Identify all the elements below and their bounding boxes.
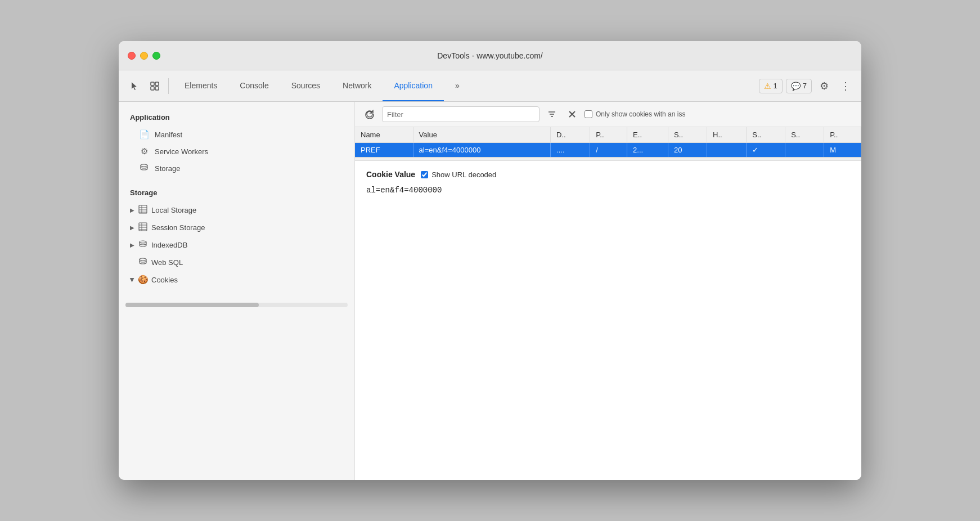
cell-name: PREF xyxy=(355,143,413,158)
cookies-icon: 🍪 xyxy=(138,275,148,285)
devtools-window: DevTools - www.youtube.com/ Elements Con… xyxy=(119,41,861,480)
indexeddb-arrow-icon: ▶ xyxy=(130,242,134,248)
filter-bar: Only show cookies with an iss xyxy=(355,102,861,127)
minimize-button[interactable] xyxy=(140,52,148,60)
manifest-icon: 📄 xyxy=(139,129,149,140)
cursor-tool-button[interactable] xyxy=(125,77,143,95)
col-domain: D.. xyxy=(551,127,590,143)
sidebar-item-local-storage[interactable]: ▶ Local Storage xyxy=(119,201,354,219)
cell-httponly xyxy=(707,143,747,158)
col-httponly: H.. xyxy=(707,127,747,143)
table-row[interactable]: PREF al=en&f4=4000000 .... / 2... 20 ✓ M xyxy=(355,143,861,158)
cookie-table-container: Name Value D.. P.. E.. S.. H.. S.. S.. P… xyxy=(355,127,861,158)
local-storage-icon xyxy=(138,205,148,215)
cookie-detail-panel: Cookie Value Show URL decoded al=en&f4=4… xyxy=(355,161,861,480)
tab-console[interactable]: Console xyxy=(228,70,280,101)
svg-rect-2 xyxy=(151,87,154,90)
svg-point-4 xyxy=(141,164,147,167)
more-button[interactable]: ⋮ xyxy=(837,77,855,95)
content-panel: Only show cookies with an iss Name Value… xyxy=(355,102,861,480)
sidebar-item-manifest[interactable]: 📄 Manifest xyxy=(119,126,354,143)
svg-point-15 xyxy=(140,241,146,243)
sidebar-item-storage-app[interactable]: Storage xyxy=(119,160,354,177)
sidebar-item-cookies-label: Cookies xyxy=(151,276,178,284)
window-title: DevTools - www.youtube.com/ xyxy=(437,51,543,60)
sidebar-item-indexeddb[interactable]: ▶ IndexedDB xyxy=(119,236,354,254)
col-path: P.. xyxy=(590,127,627,143)
sidebar: Application 📄 Manifest ⚙ Service Workers… xyxy=(119,102,355,480)
sidebar-item-manifest-label: Manifest xyxy=(155,131,182,139)
session-storage-icon xyxy=(138,222,148,233)
filter-issues-label[interactable]: Only show cookies with an iss xyxy=(585,110,685,118)
sidebar-item-session-storage[interactable]: ▶ Session Storage xyxy=(119,219,354,236)
sidebar-item-service-workers-label: Service Workers xyxy=(155,147,208,156)
sidebar-item-cookies[interactable]: ▶ 🍪 Cookies xyxy=(119,271,354,288)
settings-icon: ⚙ xyxy=(820,80,829,92)
inspect-tool-button[interactable] xyxy=(146,77,164,95)
indexeddb-icon xyxy=(138,240,148,250)
session-storage-arrow-icon: ▶ xyxy=(130,224,134,231)
cell-expires: 2... xyxy=(627,143,668,158)
cookie-value-label: Cookie Value xyxy=(366,170,415,179)
cell-samesite xyxy=(785,143,824,158)
tab-more[interactable]: » xyxy=(444,70,471,101)
sidebar-item-storage-app-label: Storage xyxy=(155,164,181,173)
service-workers-icon: ⚙ xyxy=(139,146,149,156)
storage-app-icon xyxy=(139,163,149,174)
warning-icon: ⚠ xyxy=(764,82,771,91)
sidebar-item-session-storage-label: Session Storage xyxy=(151,223,205,232)
sidebar-item-indexeddb-label: IndexedDB xyxy=(151,241,187,249)
svg-rect-3 xyxy=(155,87,159,90)
traffic-lights xyxy=(128,52,160,60)
filter-clear-button[interactable] xyxy=(564,106,580,122)
tab-sources[interactable]: Sources xyxy=(280,70,331,101)
tab-network[interactable]: Network xyxy=(331,70,383,101)
info-count: 7 xyxy=(803,82,807,90)
filter-issues-checkbox[interactable] xyxy=(585,110,592,118)
cell-priority: M xyxy=(824,143,861,158)
application-section-title: Application xyxy=(119,111,354,126)
cell-path: / xyxy=(590,143,627,158)
col-size: S.. xyxy=(668,127,707,143)
sidebar-item-web-sql[interactable]: ▶ Web SQL xyxy=(119,254,354,271)
filter-issues-text: Only show cookies with an iss xyxy=(596,110,685,118)
toolbar-divider xyxy=(168,78,169,94)
filter-options-button[interactable] xyxy=(544,106,560,122)
storage-section-title: Storage xyxy=(119,186,354,201)
cookie-table: Name Value D.. P.. E.. S.. H.. S.. S.. P… xyxy=(355,127,861,157)
toolbar-right: ⚠ 1 💬 7 ⚙ ⋮ xyxy=(759,77,855,95)
refresh-button[interactable] xyxy=(362,106,377,122)
sidebar-item-local-storage-label: Local Storage xyxy=(151,206,196,214)
show-url-decoded-checkbox[interactable] xyxy=(421,171,428,178)
maximize-button[interactable] xyxy=(152,52,160,60)
table-header-row: Name Value D.. P.. E.. S.. H.. S.. S.. P… xyxy=(355,127,861,143)
sidebar-scrollbar[interactable] xyxy=(125,303,348,307)
info-icon: 💬 xyxy=(791,82,801,91)
col-expires: E.. xyxy=(627,127,668,143)
cell-domain: .... xyxy=(551,143,590,158)
titlebar: DevTools - www.youtube.com/ xyxy=(119,41,861,70)
show-url-decoded-label[interactable]: Show URL decoded xyxy=(421,170,496,179)
toolbar-tabs: Elements Console Sources Network Applica… xyxy=(173,70,471,101)
cookies-arrow-icon: ▶ xyxy=(129,277,136,282)
col-priority: P.. xyxy=(824,127,861,143)
warning-badge-button[interactable]: ⚠ 1 xyxy=(759,79,783,93)
close-button[interactable] xyxy=(128,52,136,60)
more-icon: ⋮ xyxy=(840,80,851,92)
col-secure: S.. xyxy=(747,127,785,143)
web-sql-icon xyxy=(138,257,148,268)
tab-application[interactable]: Application xyxy=(383,70,444,101)
filter-input[interactable] xyxy=(382,106,540,122)
tab-elements[interactable]: Elements xyxy=(173,70,228,101)
col-name: Name xyxy=(355,127,413,143)
svg-rect-1 xyxy=(155,82,159,86)
warning-count: 1 xyxy=(774,82,777,90)
svg-point-16 xyxy=(140,258,146,260)
info-badge-button[interactable]: 💬 7 xyxy=(786,79,812,93)
cookie-detail-value: al=en&f4=4000000 xyxy=(366,186,850,195)
sidebar-item-service-workers[interactable]: ⚙ Service Workers xyxy=(119,143,354,160)
sidebar-scrollbar-thumb xyxy=(125,303,259,307)
svg-rect-0 xyxy=(151,82,154,86)
settings-button[interactable]: ⚙ xyxy=(815,77,833,95)
toolbar: Elements Console Sources Network Applica… xyxy=(119,70,861,102)
